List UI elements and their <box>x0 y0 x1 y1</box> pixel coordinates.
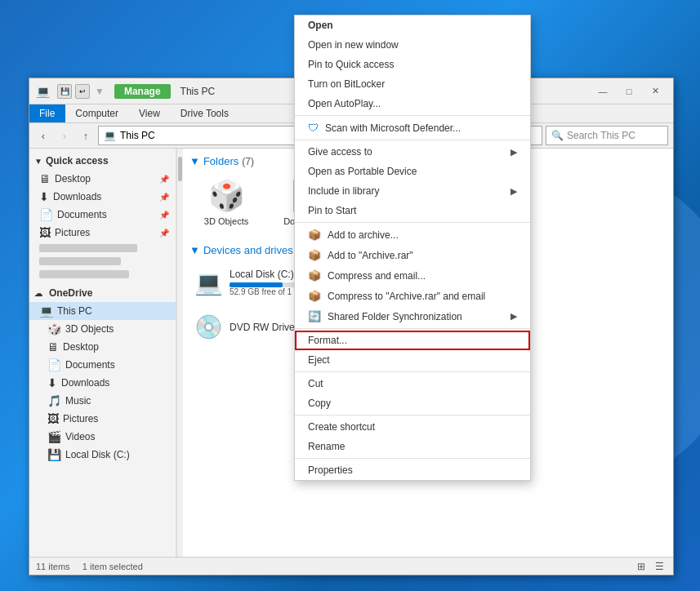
maximize-button[interactable]: □ <box>618 83 640 100</box>
folders-count: (7) <box>242 156 254 167</box>
forward-button[interactable]: › <box>56 127 74 144</box>
add-archive-icon: 📦 <box>308 229 321 241</box>
ctx-format[interactable]: Format... <box>295 331 530 350</box>
ctx-open-new-window[interactable]: Open in new window <box>295 35 530 55</box>
ctx-add-archive-rar[interactable]: 📦 Add to "Archive.rar" <box>295 245 530 265</box>
downloads2-icon: ⬇ <box>47 376 57 389</box>
sidebar-item-blurred-2[interactable] <box>29 255 176 268</box>
ctx-format-label: Format... <box>308 335 347 346</box>
onedrive-arrow: ☁ <box>34 289 42 298</box>
computer-icon: 💻 <box>36 85 49 98</box>
sidebar-item-downloads[interactable]: ⬇ Downloads 📌 <box>29 188 176 206</box>
status-right: ⊞ ☰ <box>634 559 667 574</box>
ctx-autoplay-label: Open AutoPlay... <box>308 98 381 109</box>
folders-label: Folders <box>203 155 239 167</box>
minimize-button[interactable]: — <box>591 83 614 100</box>
sidebar-this-pc-label: This PC <box>57 305 92 317</box>
sidebar-item-local-disk[interactable]: 💾 Local Disk (C:) <box>29 446 176 464</box>
sidebar-item-3dobjects[interactable]: 🎲 3D Objects <box>29 320 176 338</box>
ctx-sep-4 <box>295 328 530 329</box>
list-view-button[interactable]: ☰ <box>652 559 667 574</box>
sidebar-section-quick-access[interactable]: ▼ Quick access <box>29 152 176 170</box>
search-box[interactable]: 🔍 Search This PC <box>546 126 668 145</box>
sidebar-item-pictures[interactable]: 🖼 Pictures 📌 <box>29 224 176 242</box>
sidebar-downloads2-label: Downloads <box>61 377 109 389</box>
manage-button[interactable]: Manage <box>114 84 171 99</box>
sidebar-item-downloads2[interactable]: ⬇ Downloads <box>29 374 176 392</box>
sidebar-wrapper: ▼ Quick access 🖥 Desktop 📌 ⬇ Downloads 📌… <box>29 149 183 557</box>
grid-view-button[interactable]: ⊞ <box>634 559 649 574</box>
sidebar-item-blurred-3[interactable] <box>29 268 176 281</box>
sidebar-item-videos[interactable]: 🎬 Videos <box>29 428 176 446</box>
ctx-portable-label: Open as Portable Device <box>308 166 417 177</box>
ctx-pin-start[interactable]: Pin to Start <box>295 201 530 220</box>
quick-access-arrow: ▼ <box>34 157 42 166</box>
ctx-rename[interactable]: Rename <box>295 437 530 456</box>
sidebar-item-documents2[interactable]: 📄 Documents <box>29 356 176 374</box>
documents2-icon: 📄 <box>47 358 61 371</box>
sidebar-onedrive[interactable]: ☁ OneDrive <box>29 284 176 302</box>
quick-access-bar: 💻 💾 ↩ ▼ <box>36 84 106 99</box>
ctx-sep-1 <box>295 115 530 116</box>
tab-file[interactable]: File <box>29 104 65 122</box>
save-quick-btn[interactable]: 💾 <box>57 84 72 99</box>
tab-drive-tools[interactable]: Drive Tools <box>171 104 239 122</box>
ctx-defender-label: Scan with Microsoft Defender... <box>325 122 461 134</box>
sidebar-local-disk-label: Local Disk (C:) <box>65 449 130 460</box>
ctx-give-access[interactable]: Give access to ▶ <box>295 142 530 162</box>
sidebar-documents-label: Documents <box>57 209 107 220</box>
sidebar-item-desktop[interactable]: 🖥 Desktop 📌 <box>29 170 176 188</box>
close-button[interactable]: ✕ <box>644 83 667 100</box>
sidebar-item-blurred-1[interactable] <box>29 242 176 255</box>
ctx-include-library[interactable]: Include in library ▶ <box>295 181 530 201</box>
ctx-pin-start-label: Pin to Start <box>308 205 356 216</box>
up-button[interactable]: ↑ <box>77 127 95 144</box>
tab-view[interactable]: View <box>129 104 171 122</box>
ctx-open-label: Open <box>308 20 333 31</box>
ctx-open-portable[interactable]: Open as Portable Device <box>295 162 530 181</box>
ctx-create-shortcut[interactable]: Create shortcut <box>295 417 530 437</box>
items-count: 11 items <box>36 562 70 571</box>
ctx-add-archive[interactable]: 📦 Add to archive... <box>295 224 530 245</box>
sidebar-item-this-pc[interactable]: 💻 This PC <box>29 302 176 320</box>
devices-arrow: ▼ <box>189 244 200 256</box>
back-button[interactable]: ‹ <box>34 127 52 144</box>
pictures2-icon: 🖼 <box>47 412 59 425</box>
desktop-icon: 🖥 <box>39 172 51 185</box>
pin-icon-downloads: 📌 <box>159 193 169 202</box>
sidebar-scrollbar[interactable] <box>176 149 183 557</box>
shared-folder-icon: 🔄 <box>308 310 321 322</box>
sidebar-3dobjects-label: 3D Objects <box>65 323 114 335</box>
videos-icon: 🎬 <box>47 430 61 443</box>
sidebar-item-pictures2[interactable]: 🖼 Pictures <box>29 410 176 428</box>
context-menu: Open Open in new window Pin to Quick acc… <box>294 15 531 481</box>
sidebar: ▼ Quick access 🖥 Desktop 📌 ⬇ Downloads 📌… <box>29 149 176 557</box>
folder-3dobjects-label: 3D Objects <box>204 216 248 226</box>
downloads-icon: ⬇ <box>39 190 49 203</box>
ctx-eject[interactable]: Eject <box>295 350 530 370</box>
tab-computer[interactable]: Computer <box>65 104 129 122</box>
folder-3dobjects[interactable]: 🎲 3D Objects <box>189 174 263 231</box>
ctx-properties[interactable]: Properties <box>295 460 530 480</box>
sidebar-desktop2-label: Desktop <box>63 341 99 353</box>
ctx-scan-defender[interactable]: 🛡 Scan with Microsoft Defender... <box>295 118 530 138</box>
ctx-cut[interactable]: Cut <box>295 374 530 393</box>
search-icon: 🔍 <box>551 130 564 141</box>
ctx-library-arrow: ▶ <box>511 186 517 197</box>
ctx-compress-rar-label: Compress to "Archive.rar" and email <box>328 291 485 302</box>
folder-3dobjects-icon: 🎲 <box>208 179 245 213</box>
sidebar-item-documents[interactable]: 📄 Documents 📌 <box>29 206 176 224</box>
ctx-compress-email[interactable]: 📦 Compress and email... <box>295 265 530 286</box>
ctx-compress-rar-email[interactable]: 📦 Compress to "Archive.rar" and email <box>295 286 530 306</box>
ctx-copy[interactable]: Copy <box>295 393 530 413</box>
ctx-bitlocker-label: Turn on BitLocker <box>308 78 385 90</box>
ctx-create-shortcut-label: Create shortcut <box>308 421 375 433</box>
ctx-turn-on-bitlocker[interactable]: Turn on BitLocker <box>295 74 530 94</box>
ctx-open[interactable]: Open <box>295 16 530 35</box>
undo-quick-btn[interactable]: ↩ <box>75 84 90 99</box>
ctx-pin-quick-access[interactable]: Pin to Quick access <box>295 55 530 74</box>
sidebar-item-music[interactable]: 🎵 Music <box>29 392 176 410</box>
ctx-open-autoplay[interactable]: Open AutoPlay... <box>295 94 530 113</box>
ctx-shared-folder-sync[interactable]: 🔄 Shared Folder Synchronization ▶ <box>295 306 530 327</box>
sidebar-item-desktop2[interactable]: 🖥 Desktop <box>29 338 176 356</box>
